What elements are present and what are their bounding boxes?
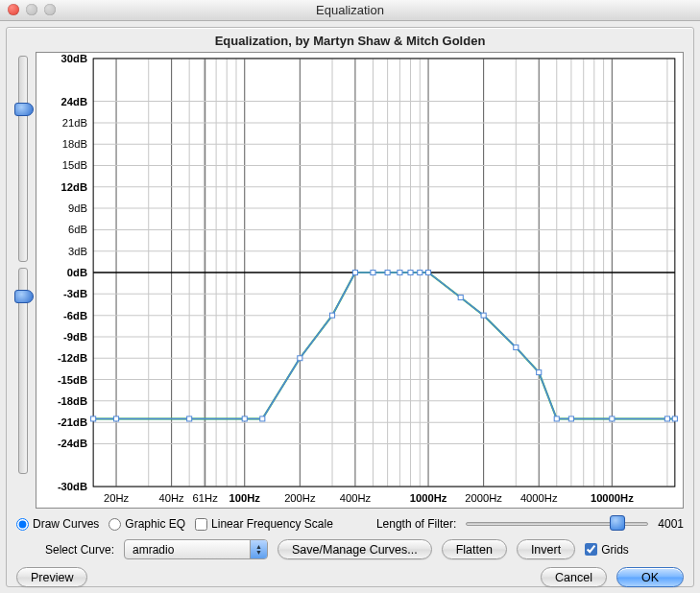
linear-freq-label: Linear Frequency Scale — [211, 517, 333, 531]
svg-rect-88 — [385, 271, 390, 275]
svg-rect-99 — [610, 416, 615, 421]
select-curve-wrap: amradio ▲▼ — [124, 539, 268, 559]
graphic-eq-radio[interactable]: Graphic EQ — [109, 517, 185, 531]
gain-sliders — [16, 52, 30, 493]
svg-text:20Hz: 20Hz — [104, 492, 130, 504]
controls-row-1: Draw Curves Graphic EQ Linear Frequency … — [16, 516, 684, 532]
svg-rect-97 — [554, 416, 559, 421]
svg-text:6dB: 6dB — [68, 225, 87, 236]
graphic-eq-label: Graphic EQ — [125, 517, 185, 531]
linear-freq-checkbox-input[interactable] — [195, 518, 207, 531]
lower-gain-slider[interactable] — [18, 268, 28, 474]
titlebar: Equalization — [0, 0, 700, 21]
save-manage-label: Save/Manage Curves... — [292, 543, 418, 557]
svg-rect-84 — [298, 356, 302, 361]
ok-label: OK — [641, 571, 659, 584]
svg-text:-18dB: -18dB — [58, 395, 87, 407]
svg-text:2000Hz: 2000Hz — [465, 492, 502, 504]
svg-rect-87 — [371, 271, 375, 275]
save-manage-button[interactable]: Save/Manage Curves... — [278, 539, 432, 559]
draw-curves-radio-input[interactable] — [16, 518, 29, 531]
svg-text:1000Hz: 1000Hz — [410, 492, 447, 504]
close-icon[interactable] — [8, 4, 19, 15]
grids-label: Grids — [601, 543, 629, 557]
svg-text:9dB: 9dB — [68, 202, 87, 214]
graphic-eq-radio-input[interactable] — [109, 518, 121, 531]
slider-knob-icon[interactable] — [610, 515, 625, 531]
preview-label: Preview — [31, 571, 73, 584]
svg-text:100Hz: 100Hz — [229, 492, 261, 504]
svg-text:21dB: 21dB — [62, 117, 87, 129]
invert-label: Invert — [531, 543, 561, 557]
svg-rect-79 — [91, 416, 96, 421]
slider-thumb-icon[interactable] — [14, 103, 34, 116]
flatten-label: Flatten — [456, 543, 493, 557]
svg-rect-82 — [242, 416, 247, 421]
select-curve-dropdown[interactable]: amradio — [124, 539, 268, 559]
svg-rect-85 — [329, 313, 334, 318]
svg-text:-3dB: -3dB — [63, 288, 87, 299]
svg-text:12dB: 12dB — [61, 181, 87, 193]
svg-text:-30dB: -30dB — [58, 481, 87, 492]
linear-freq-checkbox[interactable]: Linear Frequency Scale — [195, 517, 333, 531]
svg-text:18dB: 18dB — [62, 138, 87, 150]
credit-text: Equalization, by Martyn Shaw & Mitch Gol… — [16, 34, 684, 48]
svg-text:4000Hz: 4000Hz — [520, 492, 558, 504]
upper-gain-slider[interactable] — [18, 56, 28, 262]
svg-rect-100 — [664, 416, 669, 421]
svg-text:-6dB: -6dB — [63, 310, 87, 321]
svg-rect-83 — [260, 416, 265, 421]
svg-text:3dB: 3dB — [68, 246, 87, 257]
cancel-button[interactable]: Cancel — [541, 567, 607, 587]
preview-button[interactable]: Preview — [16, 567, 87, 587]
svg-text:200Hz: 200Hz — [284, 492, 316, 504]
grids-checkbox[interactable]: Grids — [585, 543, 629, 557]
svg-text:-24dB: -24dB — [58, 439, 87, 450]
svg-text:24dB: 24dB — [61, 96, 87, 107]
svg-text:15dB: 15dB — [62, 160, 87, 172]
svg-rect-89 — [398, 271, 402, 275]
dialog-body: Equalization, by Martyn Shaw & Mitch Gol… — [6, 27, 694, 587]
cancel-label: Cancel — [555, 571, 592, 584]
svg-rect-98 — [568, 416, 573, 421]
minimize-icon[interactable] — [26, 4, 37, 15]
draw-curves-radio[interactable]: Draw Curves — [16, 517, 99, 531]
select-curve-label: Select Curve: — [45, 543, 114, 557]
grids-checkbox-input[interactable] — [585, 543, 597, 556]
svg-text:10000Hz: 10000Hz — [591, 492, 634, 504]
invert-button[interactable]: Invert — [517, 539, 575, 559]
svg-rect-96 — [537, 370, 542, 375]
svg-text:-12dB: -12dB — [58, 352, 87, 364]
eq-chart[interactable]: 20Hz40Hz61Hz100Hz200Hz400Hz1000Hz2000Hz4… — [36, 52, 684, 509]
flatten-button[interactable]: Flatten — [442, 539, 507, 559]
window-controls — [8, 4, 56, 15]
ok-button[interactable]: OK — [616, 567, 684, 587]
controls-row-3: Preview Cancel OK — [16, 567, 684, 587]
svg-text:400Hz: 400Hz — [340, 492, 372, 504]
svg-text:-15dB: -15dB — [58, 374, 87, 386]
filter-length-label: Length of Filter: — [376, 517, 456, 531]
svg-text:-9dB: -9dB — [63, 331, 87, 343]
svg-rect-93 — [458, 296, 463, 300]
filter-length-value: 4001 — [658, 517, 684, 531]
svg-text:-21dB: -21dB — [58, 416, 87, 428]
svg-text:61Hz: 61Hz — [193, 492, 219, 504]
svg-rect-86 — [352, 271, 357, 275]
svg-text:0dB: 0dB — [67, 267, 87, 278]
window-title: Equalization — [316, 3, 384, 17]
svg-rect-81 — [187, 416, 192, 421]
controls-row-2: Select Curve: amradio ▲▼ Save/Manage Cur… — [16, 539, 684, 559]
zoom-icon[interactable] — [44, 4, 56, 15]
svg-rect-91 — [418, 271, 422, 275]
svg-rect-90 — [408, 271, 413, 275]
svg-text:30dB: 30dB — [61, 53, 87, 64]
svg-rect-80 — [113, 416, 118, 421]
svg-rect-95 — [514, 345, 519, 350]
svg-rect-94 — [481, 313, 486, 318]
svg-text:40Hz: 40Hz — [159, 492, 185, 504]
slider-thumb-icon[interactable] — [14, 290, 34, 303]
draw-curves-label: Draw Curves — [33, 517, 99, 531]
svg-rect-92 — [425, 271, 430, 275]
filter-length-slider[interactable] — [466, 516, 648, 532]
svg-rect-101 — [672, 416, 677, 421]
